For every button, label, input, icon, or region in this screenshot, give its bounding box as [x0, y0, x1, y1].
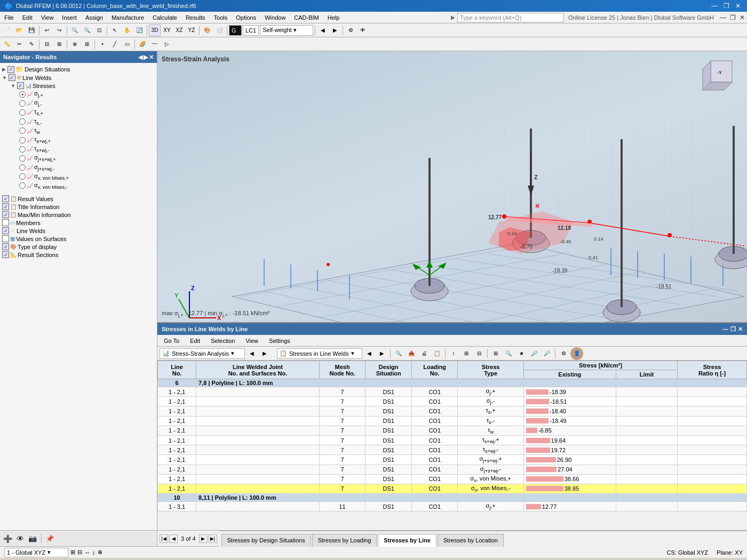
color-map-button[interactable]: 🌈	[137, 38, 148, 50]
nav-item-sj-s-wj-minus[interactable]: 📈 σj+s+wj,-	[0, 163, 157, 172]
table-row[interactable]: 1 - 2,17DS1CO1τs,+-18.40	[158, 406, 747, 416]
analysis-next-btn[interactable]: ▶	[259, 348, 271, 359]
statusbar-icon4[interactable]: ↕	[92, 549, 96, 556]
menu-cadbim[interactable]: CAD-BIM	[290, 12, 323, 23]
export-btn[interactable]: 📤	[406, 348, 417, 359]
menu-help[interactable]: Help	[323, 12, 344, 23]
table-row[interactable]: 1 - 2,17DS1CO1σj+s+wj,-27.04	[158, 465, 747, 474]
checkbox-maxmin-info[interactable]	[2, 211, 9, 218]
prev-page-btn[interactable]: ◀	[169, 534, 178, 543]
table-row[interactable]: 1 - 2,17DS1CO1τs,--18.49	[158, 416, 747, 426]
prev-result-button[interactable]: ◀	[317, 25, 329, 36]
view-xz-button[interactable]: XZ	[173, 25, 185, 36]
select-button[interactable]: ↖	[109, 25, 121, 36]
redo-button[interactable]: ↪	[53, 25, 65, 36]
table-row[interactable]: 1 - 2,17DS1CO1σj,+-18.39	[158, 387, 747, 397]
checkbox-result-sections[interactable]	[2, 251, 9, 258]
window-close-button[interactable]: ✕	[737, 13, 747, 22]
menu-calculate[interactable]: Calculate	[148, 12, 181, 23]
nav-item-sj-s-wj-plus[interactable]: 📈 σj+s+wj,+	[0, 154, 157, 163]
checkbox-values-surfaces[interactable]	[2, 235, 9, 242]
table-row[interactable]: 1 - 3,111DS1CO1σj,+12.77	[158, 502, 747, 511]
nav-item-ts-wj-plus[interactable]: 📈 τs+wj,+	[0, 135, 157, 145]
nav-item-sj-plus[interactable]: 📈 σj,+	[0, 90, 157, 99]
nav-item-values-surfaces[interactable]: ▦ Values on Surfaces	[0, 235, 157, 243]
statusbar-icon5[interactable]: ⊕	[98, 549, 102, 556]
nav-item-sv-mises-plus[interactable]: 📈 σv, von Mises,+	[0, 172, 157, 181]
navigation-cube[interactable]: -Y	[700, 55, 743, 98]
tab-design-situations[interactable]: Stresses by Design Situations	[221, 534, 311, 547]
checkbox-members[interactable]	[2, 219, 9, 226]
nav-item-ts-minus[interactable]: 📈 τs,-	[0, 117, 157, 126]
open-button[interactable]: 📂	[13, 25, 25, 36]
next-page-btn[interactable]: ▶	[199, 534, 208, 543]
table-row[interactable]: 1 - 2,17DS1CO1σj+s+wj,+26.90	[158, 455, 747, 465]
menu-file[interactable]: File	[0, 12, 18, 23]
radio-sj-s-wj-minus[interactable]	[19, 164, 26, 171]
table-row[interactable]: 1 - 2,17DS1CO1τs+wj,-19.72	[158, 445, 747, 455]
undo-button[interactable]: ↩	[41, 25, 53, 36]
wireframe-button[interactable]: ⬜	[213, 25, 225, 36]
nav-item-title-info[interactable]: 📋 Title Information	[0, 203, 157, 211]
nav-item-type-display[interactable]: 🎨 Type of display	[0, 243, 157, 251]
nav-item-line-welds[interactable]: ▼ ⚙ Line Welds	[0, 74, 157, 82]
nav-collapse-icon[interactable]: ◀	[138, 54, 142, 61]
load-case-dropdown[interactable]: Self-weight ▾	[260, 25, 313, 36]
menu-window[interactable]: Window	[260, 12, 290, 23]
menu-edit[interactable]: Edit	[18, 12, 37, 23]
results-menu-edit[interactable]: Edit	[186, 335, 204, 347]
columns-btn[interactable]: ⊞	[490, 348, 502, 359]
nav-item-result-sections[interactable]: 📐 Result Sections	[0, 251, 157, 259]
results-menu-settings[interactable]: Settings	[265, 335, 295, 347]
nav-item-sj-minus[interactable]: 📈 σj,-	[0, 99, 157, 108]
nav-item-maxmin-info[interactable]: 📋 Max/Min Information	[0, 211, 157, 219]
nav-item-ts-wj-minus[interactable]: 📈 τs+wj,-	[0, 145, 157, 154]
radio-sj-plus[interactable]	[19, 91, 26, 98]
checkbox-line-welds[interactable]	[9, 74, 15, 81]
save-button[interactable]: 💾	[26, 25, 37, 36]
avatar-btn[interactable]: 👤	[570, 347, 583, 360]
radio-ts-minus[interactable]	[19, 118, 26, 125]
fit-all-button[interactable]: ⊡	[93, 25, 105, 36]
close-button[interactable]: ✕	[733, 2, 743, 10]
checkbox-design-situations[interactable]	[7, 66, 14, 73]
3d-viewport[interactable]: Stress-Strain Analysis	[157, 51, 747, 322]
view-xy-button[interactable]: XY	[161, 25, 173, 36]
minimize-button[interactable]: —	[710, 2, 719, 10]
menu-options[interactable]: Options	[232, 12, 260, 23]
nav-expand-icon[interactable]: ▶	[144, 54, 148, 61]
view-dropdown[interactable]: 1 - Global XYZ ▾	[4, 548, 68, 557]
keyword-search-input[interactable]: Type a keyword (Alt+Q)	[457, 13, 564, 22]
nav-item-design-situations[interactable]: ▶ 📁 Design Situations	[0, 65, 157, 74]
last-page-btn[interactable]: ▶|	[209, 534, 217, 543]
surface-button[interactable]: ▭	[121, 38, 133, 50]
zoom-out-button[interactable]: 🔍	[81, 25, 93, 36]
table-row[interactable]: 1 - 2,17DS1CO1σv, von Mises,+38.66	[158, 474, 747, 484]
nav-item-members[interactable]: ▭ Members	[0, 219, 157, 227]
lc-dropdown[interactable]: LC1	[243, 25, 259, 36]
deform-button[interactable]: 〰	[149, 38, 161, 50]
first-page-btn[interactable]: |◀	[160, 534, 168, 543]
radio-tw[interactable]	[19, 127, 26, 134]
section-button[interactable]: ✂	[13, 38, 25, 50]
table-type-dropdown[interactable]: 📋 Stresses in Line Welds ▾	[277, 348, 362, 359]
checkbox-result-values[interactable]	[2, 195, 9, 202]
filter-btn[interactable]: 🔍	[393, 348, 404, 359]
search-results-btn[interactable]: 🔎	[528, 348, 540, 359]
new-button[interactable]: 📄	[1, 25, 13, 36]
view-yz-button[interactable]: YZ	[186, 25, 197, 36]
group-btn[interactable]: ⊞	[460, 348, 472, 359]
tab-by-loading[interactable]: Stresses by Loading	[312, 534, 377, 547]
checkbox-line-welds-bottom[interactable]	[2, 227, 9, 234]
results-minimize-icon[interactable]: —	[722, 326, 728, 333]
table-prev-btn[interactable]: ◀	[363, 348, 375, 359]
menu-tools[interactable]: Tools	[210, 12, 232, 23]
settings-button[interactable]: ⚙	[345, 25, 356, 36]
radio-sj-s-wj-plus[interactable]	[19, 155, 26, 162]
animate-button[interactable]: ▷	[161, 38, 173, 50]
menu-insert[interactable]: Insert	[58, 12, 81, 23]
window-min-button[interactable]: —	[718, 13, 728, 22]
checkbox-title-info[interactable]	[2, 203, 9, 210]
nav-pin-icon[interactable]: 📌	[46, 535, 54, 542]
analysis-prev-btn[interactable]: ◀	[246, 348, 258, 359]
